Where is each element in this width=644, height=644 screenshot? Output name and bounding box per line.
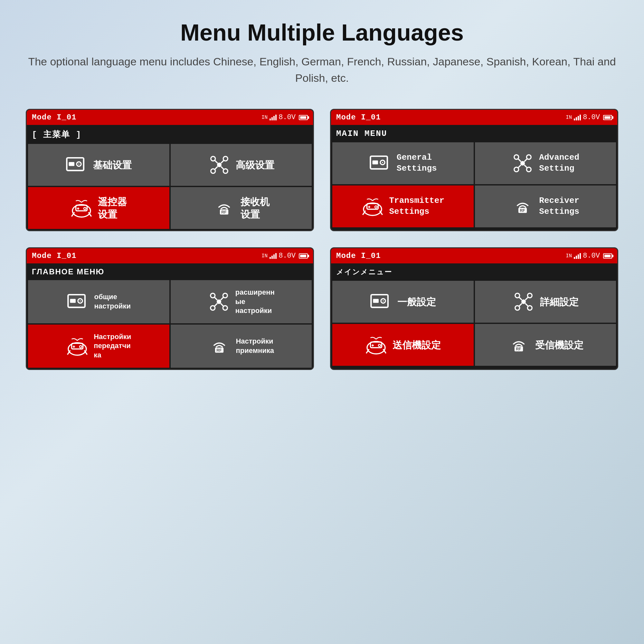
transmitter-label-cn: 遥控器设置 <box>98 195 127 221</box>
menu-item-receiver-cn[interactable]: RF 接收机设置 <box>171 187 312 229</box>
battery-icon-cn <box>299 115 308 120</box>
menu-label-ja: メインメニュー <box>331 263 617 279</box>
svg-point-50 <box>223 293 227 298</box>
menu-item-advanced-en[interactable]: AdvancedSetting <box>475 142 616 184</box>
general-settings-label-ru: общиенастройки <box>94 292 131 311</box>
svg-line-33 <box>518 165 521 168</box>
drone-settings-icon-ru <box>208 290 230 313</box>
svg-point-3 <box>79 164 80 165</box>
svg-line-10 <box>221 160 224 163</box>
svg-rect-45 <box>70 299 76 303</box>
model-label-ja: Mode I_01 <box>336 251 381 260</box>
transmitter-settings-icon-ja <box>370 290 392 313</box>
svg-point-70 <box>521 299 526 304</box>
menu-item-advanced-ja[interactable]: 詳細設定 <box>475 281 616 323</box>
general-settings-label-en: GeneralSettings <box>397 152 437 174</box>
menu-item-general-cn[interactable]: 基础设置 <box>28 144 169 186</box>
svg-point-71 <box>515 293 520 298</box>
menu-item-receiver-ja[interactable]: RF 受信機設定 <box>475 324 616 366</box>
menu-item-transmitter-ru[interactable]: Настройкипередатчика <box>28 325 169 368</box>
menu-item-transmitter-ja[interactable]: 送信機設定 <box>332 324 474 366</box>
signal-icon-ja <box>574 253 581 259</box>
svg-line-75 <box>519 297 522 300</box>
svg-point-51 <box>210 306 215 310</box>
transmitter-settings-icon <box>65 154 88 176</box>
menu-label-ru: ГЛАВНОЕ МЕНЮ <box>27 263 313 279</box>
svg-point-74 <box>527 306 532 310</box>
menu-item-receiver-en[interactable]: RF ReceiverSettings <box>475 185 616 227</box>
svg-point-52 <box>223 306 227 310</box>
svg-point-69 <box>383 300 384 302</box>
menu-item-receiver-ru[interactable]: RF Настройкиприемника <box>171 325 312 368</box>
page-subtitle: The optional language menu includes Chin… <box>26 53 618 86</box>
status-ru: IN 8.0V <box>261 252 308 260</box>
menu-item-advanced-ru[interactable]: расширенныенастройки <box>171 280 312 323</box>
screen-header-chinese: Mode I_01 IN 8.0V <box>27 110 313 125</box>
svg-text:RF: RF <box>520 208 526 213</box>
menu-label-en: MAIN MENU <box>331 125 617 141</box>
svg-point-63 <box>80 346 82 348</box>
menu-grid-cn: 基础设置 高级设置 <box>27 143 313 230</box>
svg-point-72 <box>527 293 532 298</box>
menu-item-transmitter-en[interactable]: TransmitterSettings <box>332 185 474 227</box>
controller-icon-en <box>361 195 384 218</box>
screen-header-ru: Mode I_01 IN 8.0V <box>27 248 313 263</box>
signal-icon-cn <box>270 115 277 120</box>
rf-icon-cn: RF <box>213 197 235 219</box>
svg-line-55 <box>214 303 217 306</box>
status-en: IN 8.0V <box>566 113 612 121</box>
svg-text:RF: RF <box>221 210 227 214</box>
menu-item-general-en[interactable]: GeneralSettings <box>332 142 474 184</box>
svg-point-27 <box>514 155 519 159</box>
svg-point-26 <box>520 161 525 166</box>
menu-item-general-ru[interactable]: общиенастройки <box>28 280 169 323</box>
advanced-settings-label-ru: расширенныенастройки <box>235 288 275 316</box>
status-ja: IN 8.0V <box>566 252 612 260</box>
general-settings-label-cn: 基础设置 <box>93 159 132 171</box>
transmitter-label-en: TransmitterSettings <box>389 195 444 217</box>
advanced-settings-label-cn: 高级设置 <box>236 159 274 171</box>
controller-icon-ja <box>365 334 387 356</box>
svg-line-54 <box>221 297 223 300</box>
screen-header-ja: Mode I_01 IN 8.0V <box>331 248 617 263</box>
menu-item-general-ja[interactable]: 一般設定 <box>332 281 474 323</box>
svg-line-53 <box>214 297 217 300</box>
svg-point-49 <box>210 293 215 298</box>
rf-icon-ru: RF <box>208 335 231 357</box>
svg-line-31 <box>518 159 521 162</box>
controller-icon-ru <box>66 335 89 357</box>
svg-point-4 <box>217 163 222 167</box>
battery-icon-ja <box>603 253 612 259</box>
model-label-cn: Mode I_01 <box>32 113 77 122</box>
svg-text:RF: RF <box>516 347 521 351</box>
svg-rect-1 <box>69 162 75 166</box>
model-label-en: Mode I_01 <box>336 113 381 122</box>
receiver-label-ru: Настройкиприемника <box>236 337 274 355</box>
svg-point-85 <box>378 344 381 346</box>
receiver-label-cn: 接收机设置 <box>241 195 270 221</box>
signal-icon-en <box>574 115 581 120</box>
svg-point-47 <box>80 300 81 302</box>
status-cn: IN 8.0V <box>261 113 308 121</box>
svg-line-11 <box>215 166 218 169</box>
controller-icon-cn <box>70 197 93 219</box>
svg-line-56 <box>221 303 223 306</box>
svg-line-34 <box>525 165 527 168</box>
menu-label-cn: [ 主菜单 ] <box>27 125 313 143</box>
svg-line-78 <box>525 303 528 306</box>
transmitter-settings-icon-en <box>369 152 392 175</box>
transmitter-settings-icon-ru <box>67 290 89 313</box>
drone-settings-icon-ja <box>512 290 535 313</box>
screens-grid: Mode I_01 IN 8.0V [ 主菜单 ] <box>26 109 618 370</box>
svg-rect-23 <box>372 160 378 164</box>
svg-point-7 <box>211 169 215 173</box>
svg-line-9 <box>215 160 218 163</box>
menu-item-transmitter-cn[interactable]: 遥控器设置 <box>28 187 169 229</box>
svg-point-48 <box>217 299 221 304</box>
svg-line-32 <box>525 159 527 162</box>
transmitter-label-ru: Настройкипередатчика <box>94 332 131 360</box>
svg-point-73 <box>515 306 520 310</box>
page-title: Menu Multiple Languages <box>180 19 464 46</box>
svg-rect-67 <box>373 299 379 303</box>
menu-item-advanced-cn[interactable]: 高级设置 <box>171 144 312 186</box>
